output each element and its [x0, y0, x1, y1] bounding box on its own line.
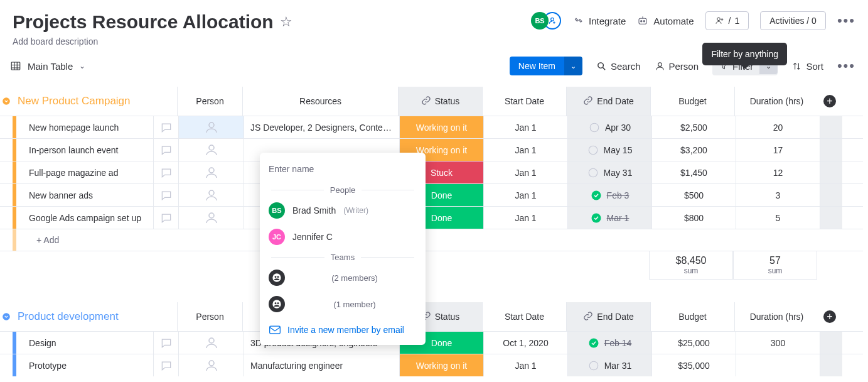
toolbar-more-icon[interactable]: ••• — [837, 58, 855, 74]
cell-status[interactable]: Working on it — [399, 354, 483, 376]
table-row[interactable]: In-person launch event Working on it Jan… — [0, 138, 863, 161]
cell-startdate[interactable]: Jan 1 — [483, 184, 567, 206]
chat-icon[interactable] — [153, 354, 178, 376]
table-row[interactable]: New homepage launch JS Developer, 2 Desi… — [0, 116, 863, 138]
avatar-group[interactable]: BS — [531, 12, 561, 30]
cell-enddate[interactable]: Apr 30 — [567, 116, 651, 138]
add-column[interactable]: + — [818, 95, 841, 107]
automate-button[interactable]: Automate — [637, 15, 694, 26]
col-startdate[interactable]: Start Date — [482, 302, 566, 331]
people-search-input[interactable] — [267, 160, 418, 178]
cell-budget[interactable]: $35,000 — [651, 354, 736, 376]
new-item-button[interactable]: New Item ⌄ — [510, 57, 582, 75]
invite-by-email[interactable]: Invite a new member by email — [260, 317, 426, 337]
cell-budget[interactable]: $25,000 — [651, 332, 736, 354]
col-enddate[interactable]: End Date — [566, 87, 650, 116]
cell-duration[interactable]: 17 — [736, 139, 820, 161]
collapse-icon[interactable] — [0, 312, 13, 321]
activities-button[interactable]: Activities / 0 — [760, 11, 826, 30]
chat-icon[interactable] — [153, 161, 178, 183]
col-startdate[interactable]: Start Date — [482, 87, 566, 116]
add-column[interactable]: + — [818, 310, 841, 323]
cell-enddate[interactable]: Feb 14 — [567, 332, 651, 354]
col-budget[interactable]: Budget — [650, 302, 734, 331]
row-name[interactable]: In-person launch event — [16, 139, 153, 161]
person-filter-button[interactable]: Person — [655, 61, 699, 72]
cell-duration[interactable]: 20 — [736, 116, 820, 138]
row-name[interactable]: Google Ads campaign set up — [16, 207, 153, 229]
cell-enddate[interactable]: Mar 1 — [567, 207, 651, 229]
cell-startdate[interactable]: Jan 1 — [483, 207, 567, 229]
people-option[interactable]: BS Brad Smith (Writer) — [260, 197, 426, 224]
cell-person[interactable] — [178, 354, 244, 376]
cell-startdate[interactable]: Jan 1 — [483, 161, 567, 183]
group-name[interactable]: Product development — [13, 310, 177, 323]
cell-person[interactable] — [178, 184, 244, 206]
cell-budget[interactable]: $500 — [651, 184, 736, 206]
sort-button[interactable]: Sort — [791, 61, 823, 72]
col-status[interactable]: Status — [398, 87, 482, 116]
cell-startdate[interactable]: Oct 1, 2020 — [483, 332, 567, 354]
group-name[interactable]: New Product Campaign — [13, 95, 177, 107]
row-name[interactable]: New homepage launch — [16, 116, 153, 138]
row-name[interactable]: Design — [16, 332, 153, 354]
col-person[interactable]: Person — [177, 302, 242, 331]
new-item-label[interactable]: New Item — [510, 57, 564, 75]
cell-enddate[interactable]: Feb 3 — [567, 184, 651, 206]
cell-duration[interactable]: 300 — [736, 332, 820, 354]
cell-person[interactable] — [178, 207, 244, 229]
cell-person[interactable] — [178, 161, 244, 183]
cell-resources[interactable]: Manufacturing engineer — [244, 354, 399, 376]
board-description[interactable]: Add board description — [13, 36, 292, 46]
collapse-icon[interactable] — [0, 97, 13, 106]
table-row[interactable]: Google Ads campaign set up Done Jan 1 Ma… — [0, 206, 863, 229]
team-option[interactable]: (1 member) — [260, 291, 426, 317]
chat-icon[interactable] — [153, 139, 178, 161]
cell-startdate[interactable]: Jan 1 — [483, 354, 567, 376]
search-button[interactable]: Search — [596, 61, 641, 72]
cell-budget[interactable]: $1,450 — [651, 161, 736, 183]
table-row[interactable]: Full-page magazine ad Stuck Jan 1 May 31… — [0, 161, 863, 183]
cell-duration[interactable]: 3 — [736, 184, 820, 206]
col-resources[interactable]: Resources — [242, 87, 398, 116]
table-row[interactable]: Design 3D product designers, engineers D… — [0, 331, 863, 354]
col-duration[interactable]: Duration (hrs) — [734, 302, 818, 331]
cell-duration[interactable]: 12 — [736, 161, 820, 183]
cell-budget[interactable]: $2,500 — [651, 116, 736, 138]
chat-icon[interactable] — [153, 116, 178, 138]
star-icon[interactable]: ☆ — [280, 14, 292, 30]
table-row[interactable]: Prototype Manufacturing engineer Working… — [0, 354, 863, 376]
team-option[interactable]: (2 members) — [260, 265, 426, 291]
table-row[interactable]: New banner ads Done Jan 1 Feb 3 $500 3 — [0, 183, 863, 206]
row-name[interactable]: Full-page magazine ad — [16, 161, 153, 183]
cell-person[interactable] — [178, 116, 244, 138]
new-item-dropdown[interactable]: ⌄ — [564, 57, 582, 75]
col-enddate[interactable]: End Date — [566, 302, 650, 331]
add-row[interactable]: + Add — [0, 229, 863, 251]
cell-enddate[interactable]: May 15 — [567, 139, 651, 161]
cell-duration[interactable]: 5 — [736, 207, 820, 229]
cell-budget[interactable]: $3,200 — [651, 139, 736, 161]
col-budget[interactable]: Budget — [650, 87, 734, 116]
row-name[interactable]: New banner ads — [16, 184, 153, 206]
cell-startdate[interactable]: Jan 1 — [483, 116, 567, 138]
people-option[interactable]: JC Jennifer C — [260, 224, 426, 250]
col-duration[interactable]: Duration (hrs) — [734, 87, 818, 116]
more-menu-icon[interactable]: ••• — [837, 13, 855, 29]
cell-person[interactable] — [178, 332, 244, 354]
invite-button[interactable]: / 1 — [705, 11, 749, 30]
cell-resources[interactable]: JS Developer, 2 Designers, Content Writ… — [244, 116, 399, 138]
chat-icon[interactable] — [153, 332, 178, 354]
cell-enddate[interactable]: May 31 — [567, 161, 651, 183]
cell-startdate[interactable]: Jan 1 — [483, 139, 567, 161]
chat-icon[interactable] — [153, 184, 178, 206]
chat-icon[interactable] — [153, 207, 178, 229]
cell-duration[interactable] — [736, 354, 820, 376]
cell-budget[interactable]: $800 — [651, 207, 736, 229]
cell-person[interactable] — [178, 139, 244, 161]
integrate-button[interactable]: Integrate — [572, 15, 626, 26]
col-person[interactable]: Person — [177, 87, 242, 116]
view-tab-main[interactable]: Main Table ⌄ — [10, 60, 85, 72]
cell-status[interactable]: Working on it — [399, 116, 483, 138]
cell-enddate[interactable]: Mar 31 — [567, 354, 651, 376]
